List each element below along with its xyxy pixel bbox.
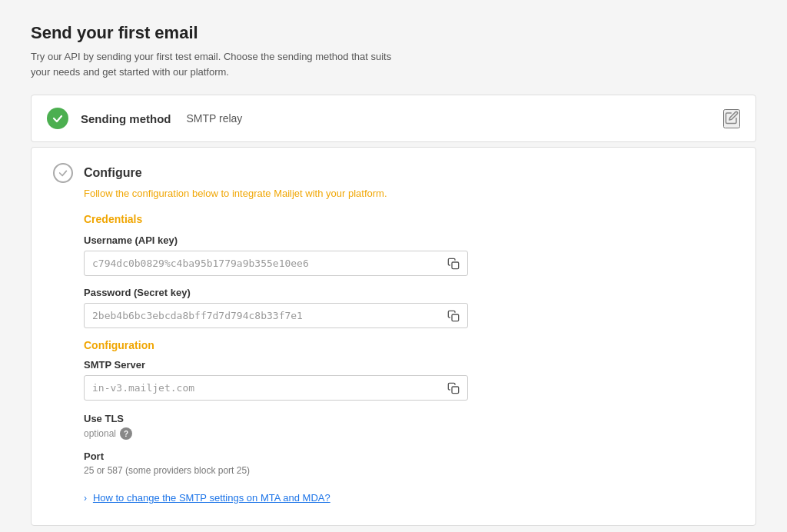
configure-header: Configure [53, 163, 734, 183]
sending-method-value: SMTP relay [187, 112, 243, 125]
sending-method-label: Sending method [81, 112, 171, 125]
svg-rect-0 [452, 262, 459, 269]
credentials-section-title: Credentials [84, 213, 734, 225]
smtp-server-input[interactable] [85, 376, 440, 400]
smtp-server-input-wrapper [84, 375, 468, 401]
circle-check-icon [53, 163, 73, 183]
tls-section: Use TLS optional ? [84, 413, 734, 440]
configure-subtitle: Follow the configuration below to integr… [84, 188, 734, 199]
smtp-server-label: SMTP Server [84, 359, 734, 371]
password-input-wrapper [84, 303, 468, 328]
page-title: Send your first email [31, 23, 756, 43]
tls-label: Use TLS [84, 413, 734, 424]
username-input[interactable] [85, 251, 440, 275]
password-field-group: Password (Secret key) [84, 287, 734, 328]
copy-password-button[interactable] [440, 305, 467, 327]
help-link[interactable]: How to change the SMTP settings on MTA a… [93, 492, 330, 504]
tls-optional-text: optional [84, 428, 116, 439]
username-input-wrapper [84, 251, 468, 276]
chevron-right-icon: › [84, 493, 87, 504]
username-field-group: Username (API key) [84, 234, 734, 276]
svg-rect-1 [452, 314, 459, 321]
port-section: Port 25 or 587 (some providers block por… [84, 451, 734, 476]
port-label: Port [84, 451, 734, 462]
configuration-section-title: Configuration [84, 339, 734, 351]
page-subtitle: Try our API by sending your first test e… [31, 49, 400, 79]
svg-rect-2 [452, 387, 459, 394]
username-label: Username (API key) [84, 234, 734, 246]
password-label: Password (Secret key) [84, 287, 734, 298]
copy-smtp-button[interactable] [440, 377, 467, 399]
help-link-section: › How to change the SMTP settings on MTA… [84, 491, 734, 504]
configure-title: Configure [84, 166, 142, 180]
port-desc: 25 or 587 (some providers block port 25) [84, 465, 734, 476]
configure-card: Configure Follow the configuration below… [31, 147, 756, 526]
configuration-section: Configuration SMTP Server [84, 339, 734, 401]
tls-help-icon[interactable]: ? [120, 427, 132, 440]
sending-method-card: Sending method SMTP relay [31, 95, 756, 142]
copy-username-button[interactable] [440, 253, 467, 274]
green-check-icon [47, 108, 68, 129]
edit-button[interactable] [723, 109, 740, 128]
tls-optional-row: optional ? [84, 427, 734, 440]
password-input[interactable] [85, 304, 440, 328]
